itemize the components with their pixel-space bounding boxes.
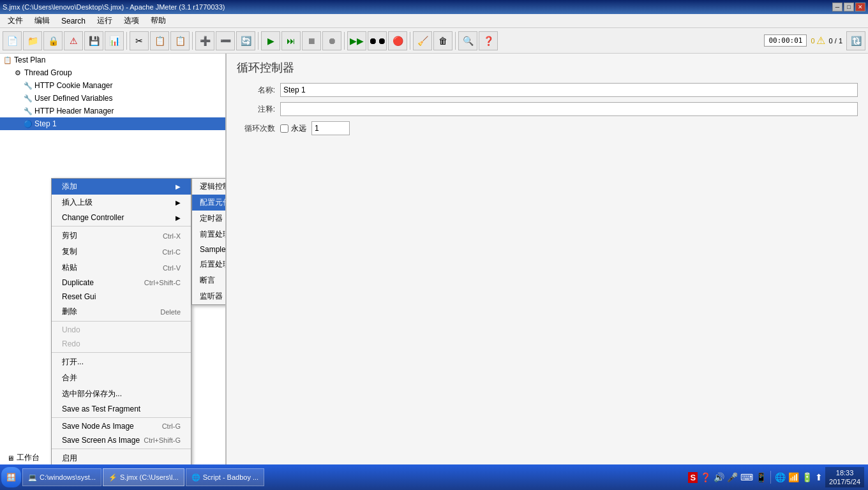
close-button[interactable]: ✕ (855, 3, 865, 11)
taskbar-item-script[interactable]: 🌐 Script - Badboy ... (186, 468, 264, 486)
comment-input[interactable] (280, 102, 858, 116)
tray-icon-2: 🔊 (714, 472, 724, 482)
tray-s-icon: S (688, 472, 698, 483)
copy-button[interactable]: 📋 (150, 31, 169, 50)
ctx-save-partial[interactable]: 选中部分保存为... (52, 386, 191, 402)
tree-item-thread-group[interactable]: ⚙ Thread Group (0, 66, 225, 79)
ctx-merge-label: 合并 (62, 373, 77, 383)
tree-item-cookie-manager[interactable]: 🔧 HTTP Cookie Manager (0, 79, 225, 92)
clear-all-button[interactable]: 🗑 (433, 31, 453, 50)
ctx-cut[interactable]: 剪切 Ctrl-X (52, 228, 191, 244)
ctx-delete[interactable]: 删除 Delete (52, 304, 191, 320)
ctx-save-screen-image[interactable]: Save Screen As Image Ctrl+Shift-G (52, 433, 191, 447)
menu-bar: 文件 编辑 Search 运行 选项 帮助 (0, 14, 868, 28)
forever-checkbox[interactable] (280, 124, 288, 133)
templates-button[interactable]: 📁 (23, 31, 42, 50)
ctx-insert-parent-arrow: ▶ (176, 199, 181, 206)
submenu-listener[interactable]: 监听器 ▶ (192, 288, 227, 304)
save-button[interactable]: ⚠ (64, 31, 83, 50)
paste-button[interactable]: 📋 (170, 31, 190, 50)
menu-edit[interactable]: 编辑 (29, 14, 55, 27)
ctx-merge[interactable]: 合并 (52, 370, 191, 386)
ctx-enable[interactable]: 启用 (52, 450, 191, 464)
tree-item-header-manager[interactable]: 🔧 HTTP Header Manager (0, 105, 225, 117)
warning-count: 0 (811, 37, 814, 45)
remote-stop-button[interactable]: ⏺⏺ (368, 31, 387, 50)
stop-button[interactable]: ⏹ (302, 31, 321, 50)
submenu-post-processor[interactable]: 后置处理器 ▶ (192, 256, 227, 272)
ctx-change-controller[interactable]: Change Controller ▶ (52, 211, 191, 225)
submenu-pre-processor[interactable]: 前置处理器 ▶ (192, 226, 227, 242)
menu-run[interactable]: 运行 (92, 14, 117, 27)
maximize-button[interactable]: □ (844, 3, 854, 11)
cut-button[interactable]: ✂ (130, 31, 149, 50)
header-manager-label: HTTP Header Manager (34, 107, 114, 115)
open-button[interactable]: 🔒 (43, 31, 63, 50)
clear-button[interactable]: 🧹 (413, 31, 432, 50)
ctx-insert-parent[interactable]: 插入上级 ▶ (52, 195, 191, 211)
expand-button[interactable]: ➕ (195, 31, 214, 50)
saveas-button[interactable]: 💾 (84, 31, 103, 50)
menu-help[interactable]: 帮助 (146, 14, 171, 27)
tray-icon-8: 🔋 (802, 472, 812, 482)
start-no-pause-button[interactable]: ⏭ (281, 31, 301, 50)
submenu-sampler[interactable]: Sampler ▶ (192, 242, 227, 256)
ctx-reset-gui[interactable]: Reset Gui (52, 290, 191, 304)
context-menu: 添加 ▶ 插入上级 ▶ Change Controller ▶ 剪切 Ctrl-… (51, 178, 191, 464)
ctx-save-node-image[interactable]: Save Node As Image Ctrl-G (52, 419, 191, 433)
menu-options[interactable]: 选项 (119, 14, 144, 27)
submenu-logic-controller[interactable]: 逻辑控制器 ▶ (192, 179, 227, 195)
taskbar-item-cmd[interactable]: 💻 C:\windows\syst... (22, 468, 101, 486)
submenu-assertion[interactable]: 断言 ▶ (192, 272, 227, 288)
tree-item-step1[interactable]: 🔵 Step 1 (0, 117, 225, 130)
thread-group-icon: ⚙ (13, 68, 23, 78)
ctx-copy-label: 复制 (62, 246, 77, 257)
toolbar-sep-2 (192, 32, 193, 50)
new-button[interactable]: 📄 (3, 31, 22, 50)
ctx-open[interactable]: 打开... (52, 354, 191, 370)
search-button[interactable]: 🔍 (458, 31, 477, 50)
form-label-comment: 注释: (237, 104, 275, 115)
start-button-taskbar[interactable]: 🪟 (1, 467, 21, 487)
ctx-save-fragment[interactable]: Save as Test Fragment (52, 402, 191, 416)
taskbar-item-jmeter[interactable]: ⚡ S.jmx (C:\Users\l... (103, 468, 184, 486)
submenu-timer[interactable]: 定时器 ▶ (192, 211, 227, 226)
collapse-button[interactable]: ➖ (216, 31, 235, 50)
loop-count-input[interactable] (311, 121, 350, 135)
tray-help-icon: ❓ (700, 472, 711, 482)
remote-start-button[interactable]: ▶▶ (347, 31, 366, 50)
toggle-button[interactable]: 🔄 (236, 31, 255, 50)
ctx-paste-shortcut: Ctrl-V (163, 264, 181, 272)
ctx-add[interactable]: 添加 ▶ (52, 179, 191, 195)
panel-title: 循环控制器 (237, 60, 858, 75)
content-panel: 循环控制器 名称: 注释: 循环次数 永远 (227, 54, 868, 464)
switch-mode-button[interactable]: 🔃 (846, 31, 865, 50)
remote-shutdown-button[interactable]: 🔴 (388, 31, 407, 50)
toolbar-sep-1 (126, 32, 127, 50)
form-row-loops: 循环次数 永远 (237, 121, 858, 135)
header-manager-icon: 🔧 (23, 106, 33, 116)
shutdown-button[interactable]: ⏺ (322, 31, 341, 50)
title-bar-controls: ─ □ ✕ (832, 3, 865, 11)
start-button[interactable]: ▶ (261, 31, 280, 50)
menu-file[interactable]: 文件 (3, 14, 28, 27)
workbench-label: 工作台 (17, 452, 40, 463)
name-input[interactable] (280, 83, 858, 97)
ctx-paste[interactable]: 粘贴 Ctrl-V (52, 260, 191, 276)
form-label-loops: 循环次数 (237, 123, 275, 134)
tree-item-test-plan[interactable]: 📋 Test Plan (0, 54, 225, 66)
warning-badge: 0 ⚠ (811, 34, 825, 47)
ctx-copy[interactable]: 复制 Ctrl-C (52, 244, 191, 260)
menu-search[interactable]: Search (56, 15, 91, 27)
tray-icon-6: 🌐 (775, 472, 786, 482)
ctx-duplicate[interactable]: Duplicate Ctrl+Shift-C (52, 276, 191, 290)
function-helper-button[interactable]: ❓ (479, 31, 498, 50)
revert-button[interactable]: 📊 (105, 31, 124, 50)
minimize-button[interactable]: ─ (832, 3, 842, 11)
toolbar-sep-5 (410, 32, 410, 50)
test-plan-icon: 📋 (3, 55, 13, 65)
main-area: 📋 Test Plan ⚙ Thread Group 🔧 HTTP Cookie… (0, 54, 868, 464)
tree-item-user-vars[interactable]: 🔧 User Defined Variables (0, 92, 225, 105)
submenu-config-element[interactable]: 配置元件 ▶ (192, 195, 227, 211)
form-row-comment: 注释: (237, 102, 858, 116)
